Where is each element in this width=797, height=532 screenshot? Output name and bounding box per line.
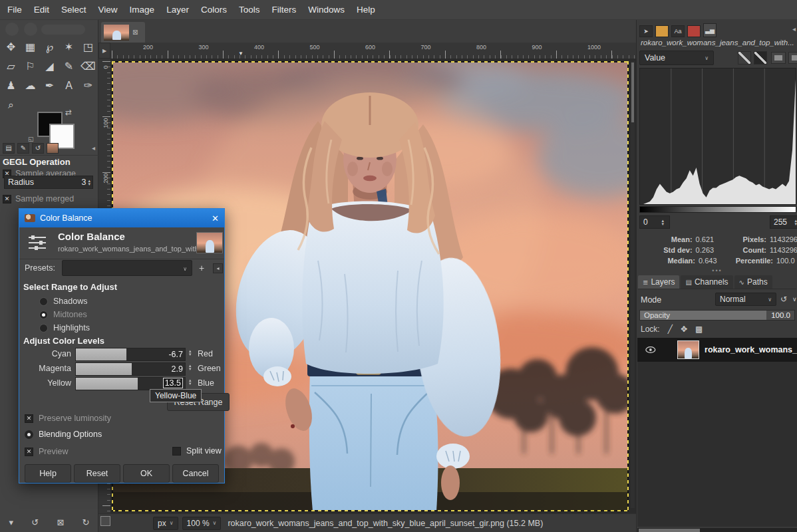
mode-select[interactable]: Normal ∨ — [715, 293, 776, 306]
ok-button[interactable]: OK — [123, 464, 170, 483]
tool-options-tab[interactable]: ▤ — [3, 143, 15, 154]
tab-layers[interactable]: ≣Layers — [638, 275, 679, 289]
pointer-tab[interactable]: ➤ — [639, 25, 653, 37]
radio-midtones[interactable]: Midtones — [39, 309, 87, 320]
menu-help[interactable]: Help — [351, 1, 381, 18]
menu-image[interactable]: Image — [124, 1, 161, 18]
undo-history-tab[interactable]: ↺ — [32, 143, 44, 154]
text-tool[interactable]: A — [59, 76, 79, 95]
chevron-down-icon[interactable]: ∨ — [792, 296, 797, 303]
slider-track[interactable]: 13.5 — [75, 377, 186, 390]
preview-row[interactable]: ✕ Preview — [25, 446, 68, 457]
linear-histogram-button[interactable] — [738, 51, 751, 65]
bucket-fill-tool[interactable]: ◢ — [40, 57, 59, 76]
patterns-tab[interactable] — [655, 25, 669, 37]
image-tab[interactable] — [47, 143, 59, 154]
spin-down-icon[interactable]: ▾ — [189, 382, 192, 385]
add-preset-icon[interactable]: + — [199, 263, 204, 273]
menu-layer[interactable]: Layer — [160, 1, 195, 18]
delete-tool-preset-button[interactable]: ⊠ — [57, 517, 64, 527]
menu-tools[interactable]: Tools — [233, 1, 266, 18]
histogram-tab[interactable]: ▃▅ — [703, 23, 717, 37]
color-picker-tool[interactable]: ✑ — [79, 76, 98, 95]
radio-highlights[interactable]: Highlights — [39, 323, 90, 333]
canvas-vertical-scrollbar[interactable] — [631, 61, 635, 508]
presets-menu-icon[interactable]: ◂ — [213, 263, 223, 273]
paths-tool[interactable]: ✒ — [40, 76, 59, 95]
range-low-spinner[interactable]: ▴▾ — [659, 219, 666, 225]
lock-pixels-icon[interactable]: ╱ — [668, 325, 673, 334]
lock-alpha-icon[interactable]: ▩ — [695, 325, 703, 334]
slider-value[interactable]: -6.7 — [168, 350, 183, 359]
move-tool[interactable]: ✥ — [1, 37, 21, 57]
histogram-style-button[interactable] — [771, 52, 786, 64]
radius-spinner[interactable]: ▴▾ — [86, 179, 92, 186]
menu-edit[interactable]: Edit — [28, 1, 55, 18]
visibility-eye-icon[interactable] — [645, 346, 656, 354]
scrollbar-thumb[interactable] — [639, 529, 700, 532]
slider-value[interactable]: 2.9 — [172, 364, 183, 374]
split-view-row[interactable]: Split view — [172, 446, 222, 456]
histogram-chart[interactable] — [639, 68, 796, 205]
range-high-spinner[interactable]: ▴▾ — [792, 219, 797, 225]
layer-name[interactable]: rokaro_work_womans_ — [705, 345, 797, 354]
fuzzy-select-tool[interactable]: ✶ — [59, 37, 79, 57]
preview-checkbox[interactable]: ✕ — [25, 448, 33, 456]
cancel-button[interactable]: Cancel — [172, 464, 219, 483]
mode-reset-icon[interactable]: ↺ — [780, 295, 787, 304]
slider-track[interactable]: 2.9 — [75, 362, 186, 376]
free-select-tool[interactable]: ℘ — [40, 37, 59, 57]
dock-menu-icon[interactable]: ◂ — [792, 25, 796, 33]
swap-colors-icon[interactable]: ⇄ — [65, 108, 72, 117]
log-histogram-button[interactable] — [754, 51, 767, 65]
blending-options-expander[interactable] — [25, 430, 33, 439]
lock-position-icon[interactable]: ✥ — [681, 325, 687, 334]
radio-button[interactable] — [39, 324, 48, 332]
warp-tool[interactable]: ⚐ — [21, 57, 40, 76]
sample-merged-checkbox[interactable]: ✕ — [3, 195, 11, 203]
channel-select[interactable]: Value ∨ — [639, 51, 714, 65]
quick-mask-toggle[interactable] — [100, 516, 110, 526]
rectangle-select-tool[interactable]: ▦ — [21, 37, 40, 57]
spin-down-icon[interactable]: ▾ — [189, 367, 192, 370]
radio-button[interactable] — [39, 297, 48, 306]
histogram-style-button[interactable] — [788, 52, 797, 64]
menu-file[interactable]: File — [1, 1, 28, 18]
dock-menu-icon[interactable]: ◂ — [92, 144, 95, 152]
menu-select[interactable]: Select — [55, 1, 92, 18]
help-button[interactable]: Help — [25, 464, 71, 483]
menu-colors[interactable]: Colors — [195, 1, 233, 18]
menu-windows[interactable]: Windows — [302, 1, 351, 18]
slider-track[interactable]: -6.7 — [75, 348, 186, 361]
opacity-slider[interactable]: Opacity 100.0 — [639, 310, 795, 321]
slider-spinner[interactable]: ▴▾ — [187, 378, 194, 385]
blending-options-row[interactable]: Blending Options — [25, 429, 102, 440]
range-high-input[interactable]: 255 ▴▾ — [770, 215, 797, 229]
ruler-corner-button[interactable]: ▶ — [98, 43, 110, 59]
layer-thumbnail[interactable] — [677, 340, 699, 359]
slider-spinner[interactable]: ▴▾ — [187, 364, 194, 370]
reset-tool-options-button[interactable]: ↻ — [82, 517, 90, 527]
dialog-titlebar[interactable]: Color Balance ✕ — [19, 209, 224, 227]
crop-tool[interactable]: ◳ — [79, 37, 98, 57]
radio-shadows[interactable]: Shadows — [39, 296, 87, 307]
fonts-tab[interactable]: Aa — [671, 25, 685, 37]
sample-merged-row[interactable]: ✕ Sample merged — [3, 194, 74, 203]
layer-row[interactable]: rokaro_work_womans_ — [637, 338, 797, 362]
radius-input[interactable]: Radius 3 ▴▾ — [4, 176, 93, 189]
gradients-tab[interactable] — [687, 25, 701, 37]
unit-select[interactable]: px ∨ — [153, 517, 178, 530]
eraser-tool[interactable]: ⌫ — [79, 57, 98, 76]
tab-paths[interactable]: ∿Paths — [734, 275, 772, 289]
reset-button[interactable]: Reset — [74, 464, 120, 483]
spin-down-icon[interactable]: ▾ — [189, 352, 192, 356]
scrollbar-thumb[interactable] — [631, 63, 634, 122]
slider-value[interactable]: 13.5 — [163, 378, 183, 388]
horizontal-ruler[interactable]: 2003004005006007008009001000▼ — [110, 43, 636, 59]
preserve-luminosity-row[interactable]: ✕ Preserve luminosity — [25, 413, 111, 424]
zoom-select[interactable]: 100 % ∨ — [182, 517, 222, 530]
split-view-checkbox[interactable] — [172, 447, 181, 456]
restore-tool-preset-button[interactable]: ↺ — [31, 517, 39, 527]
save-tool-preset-button[interactable]: ▾ — [9, 517, 14, 527]
presets-dropdown[interactable]: ∨ — [62, 260, 192, 276]
